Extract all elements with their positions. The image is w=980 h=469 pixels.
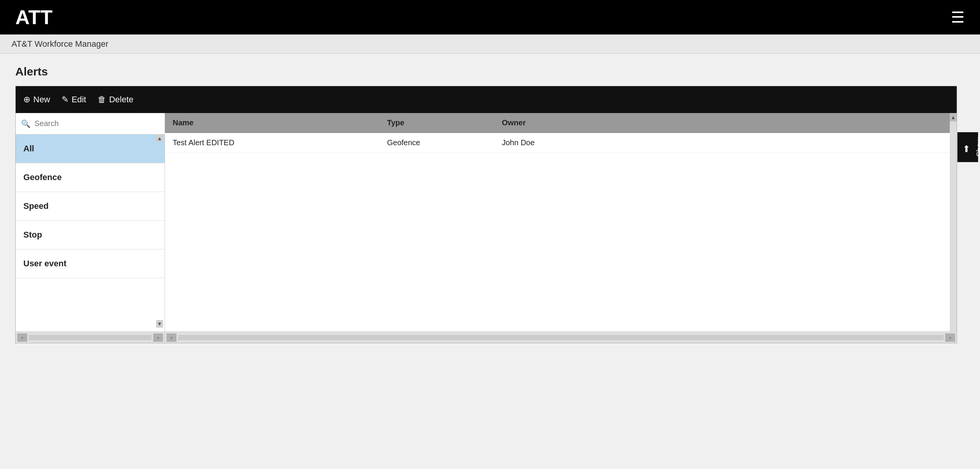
sidebar-scroll-track [29, 335, 152, 340]
search-icon: 🔍 [21, 119, 31, 128]
show-panel-label: Show [975, 138, 980, 157]
top-navbar: ATT ☰ [0, 0, 980, 34]
breadcrumb: AT&T Workforce Manager [11, 39, 108, 49]
main-panel: ⊕ New ✎ Edit 🗑 Delete 🔍 ▲ [15, 86, 957, 343]
search-box: 🔍 [16, 113, 165, 134]
new-icon: ⊕ [23, 95, 30, 105]
sidebar-item-speed[interactable]: Speed [16, 192, 165, 221]
page-title: Alerts [15, 65, 965, 78]
sidebar-scroll-down[interactable]: ▼ [156, 320, 163, 328]
search-input[interactable] [34, 119, 159, 128]
th-type: Type [379, 118, 494, 127]
sidebar-scroll-up[interactable]: ▲ [156, 134, 163, 142]
sidebar-scroll-left-btn[interactable]: ‹ [17, 333, 27, 342]
th-name: Name [165, 118, 379, 127]
table-scroll-left-btn[interactable]: ‹ [167, 333, 176, 342]
content-area: 🔍 ▲ All Geofence Speed Stop User event ▼ [16, 113, 957, 343]
table-bottom-scrollbar: ‹ › [165, 331, 957, 343]
table-area: Name Type Owner Test Alert EDITED Geofen… [165, 113, 957, 343]
toolbar: ⊕ New ✎ Edit 🗑 Delete [16, 86, 957, 113]
table-body: Test Alert EDITED Geofence John Doe [165, 133, 957, 331]
delete-icon: 🗑 [98, 95, 106, 105]
sidebar-item-all[interactable]: All [16, 134, 165, 163]
delete-button[interactable]: 🗑 Delete [98, 95, 134, 105]
sidebar-item-user-event[interactable]: User event [16, 249, 165, 278]
table-header: Name Type Owner [165, 113, 957, 133]
sidebar-item-geofence[interactable]: Geofence [16, 163, 165, 192]
edit-icon: ✎ [62, 95, 69, 105]
edit-button[interactable]: ✎ Edit [62, 95, 86, 105]
td-name: Test Alert EDITED [165, 138, 379, 147]
table-row[interactable]: Test Alert EDITED Geofence John Doe [165, 133, 957, 153]
sidebar-scroll-right-btn[interactable]: › [153, 333, 163, 342]
sidebar-list: All Geofence Speed Stop User event [16, 134, 165, 331]
show-panel[interactable]: ⬅ Show [957, 132, 978, 162]
td-type: Geofence [379, 138, 494, 147]
menu-icon[interactable]: ☰ [951, 8, 965, 26]
sidebar-item-stop[interactable]: Stop [16, 221, 165, 249]
new-label: New [33, 95, 50, 105]
delete-label: Delete [109, 95, 134, 105]
table-right-scrollbar: ▲ ▼ [950, 113, 957, 343]
table-scroll-track [178, 335, 944, 340]
breadcrumb-bar: AT&T Workforce Manager [0, 34, 980, 54]
table-scroll-right-btn[interactable]: › [945, 333, 955, 342]
app-logo: ATT [15, 6, 52, 29]
page-content: Alerts ⊕ New ✎ Edit 🗑 Delete 🔍 [0, 54, 980, 355]
table-scroll-up-arrow[interactable]: ▲ [950, 113, 957, 121]
th-owner: Owner [494, 118, 957, 127]
td-owner: John Doe [494, 138, 957, 147]
left-sidebar: 🔍 ▲ All Geofence Speed Stop User event ▼ [16, 113, 165, 343]
show-panel-arrow-icon: ⬅ [961, 145, 972, 153]
sidebar-bottom-scrollbar: ‹ › [16, 331, 165, 343]
new-button[interactable]: ⊕ New [23, 95, 50, 105]
edit-label: Edit [72, 95, 86, 105]
